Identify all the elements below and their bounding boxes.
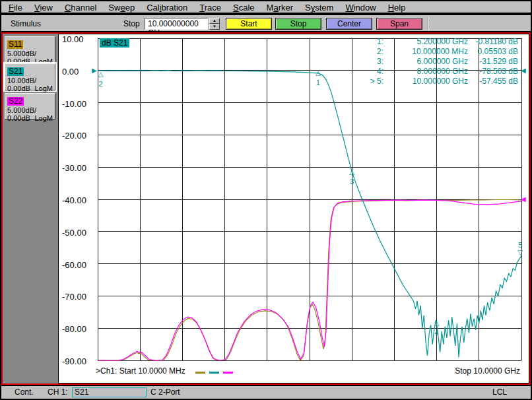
stop-frequency-input[interactable]: 10.000000000 GHz xyxy=(145,18,208,30)
sweep-stop-annotation: Stop 10.0000 GHz xyxy=(438,366,520,376)
frequency-spinner: ▲ ▼ xyxy=(209,18,220,30)
y-axis-label: -60.00 xyxy=(62,260,94,270)
menu-help[interactable]: Help xyxy=(382,1,412,14)
y-axis-label: -70.00 xyxy=(62,292,94,302)
legend-dash-s11 xyxy=(195,372,205,374)
marker-frequency: 10.000000 GHz xyxy=(383,77,468,86)
y-axis-label: -20.00 xyxy=(62,131,94,141)
local-remote-status: LCL xyxy=(492,386,507,398)
ref-level-indicator-left: ▶ xyxy=(92,67,97,75)
marker-4-triangle[interactable]: △ xyxy=(433,320,441,327)
y-axis-label: -50.00 xyxy=(62,228,94,238)
marker-index: 3: xyxy=(364,57,383,67)
trace-tag-s11: S11 xyxy=(7,40,23,49)
marker-value: -31.529 dB xyxy=(468,57,518,67)
marker-1-triangle[interactable]: △ xyxy=(314,70,322,77)
marker-readout-row: 4: 8.000000 GHz -78.503 dB xyxy=(364,67,519,77)
y-axis-label: 10.00 xyxy=(62,34,94,44)
marker-2-label: 2 xyxy=(96,80,104,88)
trace-format-label: dB S21 xyxy=(100,38,129,48)
ref-level-indicator-right: ◀ xyxy=(521,67,526,75)
vna-application-window: FileViewChannelSweepCalibrationTraceScal… xyxy=(0,0,532,400)
marker-index: 2: xyxy=(364,47,383,57)
marker-frequency: 6.000000 GHz xyxy=(383,57,468,67)
menu-window[interactable]: Window xyxy=(339,1,382,14)
marker-frequency: 5.200000 GHz xyxy=(383,37,468,47)
marker-readout-table: 1: 5.200000 GHz -0.81180 dB 2: 10.000000… xyxy=(364,37,519,86)
trace-format: LogM xyxy=(34,114,53,122)
y-axis-label: -90.00 xyxy=(62,356,94,366)
start-button[interactable]: Start xyxy=(226,18,272,30)
marker-4-label: 4 xyxy=(433,329,441,337)
marker-5-label: 5 xyxy=(516,241,524,249)
center-button[interactable]: Center xyxy=(326,18,372,30)
trace-format: LogM xyxy=(34,84,53,92)
ref-level-indicator-right: ◀ xyxy=(521,195,526,203)
spinner-up-button[interactable]: ▲ xyxy=(209,18,220,24)
channel-label: CH 1: xyxy=(48,386,68,398)
marker-readout-row active: > 5: 10.000000 GHz -57.455 dB xyxy=(364,77,519,86)
menu-file[interactable]: File xyxy=(3,1,28,14)
marker-2-triangle[interactable]: △ xyxy=(96,71,104,78)
trace-button-s22[interactable]: S22 5.000dB/ 0.00dB LogM xyxy=(5,93,55,119)
marker-readout-row: 3: 6.000000 GHz -31.529 dB xyxy=(364,57,519,67)
y-axis-label: -30.00 xyxy=(62,163,94,173)
legend-dash-s22 xyxy=(223,372,233,374)
menu-view[interactable]: View xyxy=(28,1,59,14)
marker-3-label: 3 xyxy=(348,178,356,185)
trace-tag-s21: S21 xyxy=(7,67,24,76)
y-axis-label: -80.00 xyxy=(62,324,94,334)
menu-system[interactable]: System xyxy=(299,1,339,14)
trace-ref: 0.00dB xyxy=(7,114,30,122)
menu-bar: FileViewChannelSweepCalibrationTraceScal… xyxy=(1,1,531,14)
marker-index: > 5: xyxy=(364,77,383,86)
marker-frequency: 8.000000 GHz xyxy=(383,67,468,77)
legend-dash-s21 xyxy=(209,372,219,374)
y-axis-label: -40.00 xyxy=(62,195,94,205)
marker-index: 1: xyxy=(364,37,383,47)
stop-button[interactable]: Stop xyxy=(275,18,321,30)
trace-ref: 0.00dB xyxy=(7,84,30,92)
sweep-start-annotation: >Ch1: Start 10.0000 MHz xyxy=(96,366,185,376)
marker-3-triangle[interactable]: △ xyxy=(348,169,356,176)
menu-scale[interactable]: Scale xyxy=(227,1,261,14)
marker-index: 4: xyxy=(364,67,383,77)
y-axis-label: 0.00 xyxy=(62,67,94,77)
marker-value: -78.503 dB xyxy=(468,67,518,77)
marker-value: -0.81180 dB xyxy=(468,37,518,47)
spinner-down-button[interactable]: ▼ xyxy=(209,24,220,30)
stimulus-toolbar: Stimulus Stop 10.000000000 GHz ▲ ▼ Start… xyxy=(1,15,531,32)
menu-calibration[interactable]: Calibration xyxy=(141,1,193,14)
sweep-mode-status: Cont. xyxy=(15,386,34,398)
marker-frequency: 10.000000 MHz xyxy=(383,47,468,57)
trace-scale: 5.000dB/ xyxy=(7,106,53,114)
marker-readout-row: 1: 5.200000 GHz -0.81180 dB xyxy=(364,37,519,47)
menu-channel[interactable]: Channel xyxy=(59,1,102,14)
marker-5-triangle[interactable]: ▽ xyxy=(516,250,524,256)
marker-1-label: 1 xyxy=(314,79,322,86)
trace-button-s11[interactable]: S11 5.000dB/ 0.00dB LogM xyxy=(5,36,55,63)
toolbar-divider xyxy=(428,17,429,30)
y-axis-label: -10.00 xyxy=(62,99,94,109)
marker-readout-row: 2: 10.000000 MHz 0.05503 dB xyxy=(364,47,519,57)
calibration-status: C 2-Port xyxy=(150,386,180,398)
marker-value: -57.455 dB xyxy=(468,77,518,86)
trace-sidebar: S11 5.000dB/ 0.00dB LogM S21 10.00dB/ 0.… xyxy=(3,34,58,383)
trace-tag-s22: S22 xyxy=(7,97,24,106)
menu-trace[interactable]: Trace xyxy=(193,1,227,14)
stop-field-label: Stop xyxy=(123,19,140,28)
trace-button-s21[interactable]: S21 10.00dB/ 0.00dB LogM xyxy=(5,63,55,90)
span-button[interactable]: Span xyxy=(376,18,422,30)
marker-value: 0.05503 dB xyxy=(468,47,518,57)
trace-scale: 10.00dB/ xyxy=(7,77,53,84)
menu-marker[interactable]: Marker xyxy=(261,1,299,14)
menu-sweep[interactable]: Sweep xyxy=(102,1,141,14)
trace-scale: 5.000dB/ xyxy=(7,50,53,57)
status-bar: Cont. CH 1: S21 C 2-Port LCL xyxy=(1,386,531,399)
active-trace-box[interactable]: S21 xyxy=(72,387,147,397)
active-marker-arrow: > xyxy=(370,77,375,86)
stimulus-label: Stimulus xyxy=(11,19,41,28)
